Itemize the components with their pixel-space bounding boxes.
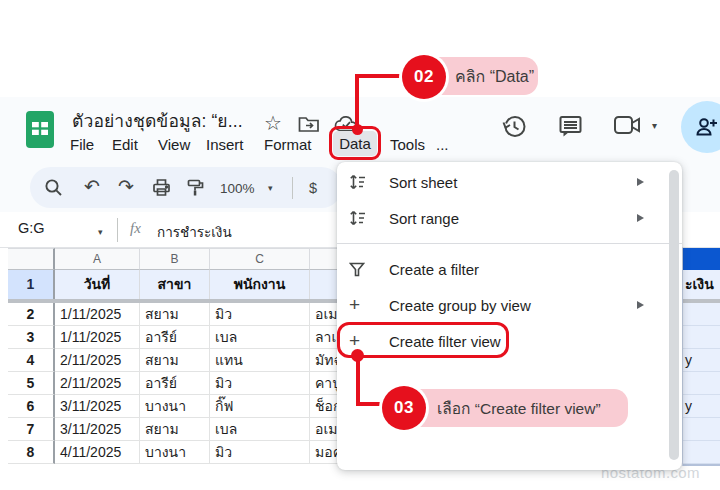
cell-branch[interactable]: สยาม [140, 303, 210, 326]
cell-date[interactable]: 4/11/2025 [55, 441, 140, 464]
star-icon[interactable]: ☆ [264, 111, 282, 135]
column-header-d[interactable] [310, 248, 339, 270]
cell-date[interactable]: 3/11/2025 [55, 418, 140, 441]
print-icon[interactable] [152, 178, 171, 197]
row-number[interactable]: 5 [8, 372, 55, 395]
cell-menu-item[interactable]: ช็อกโ [310, 395, 339, 418]
cell-payment[interactable] [683, 418, 720, 441]
search-icon[interactable] [44, 178, 63, 197]
cell-branch[interactable]: สยาม [140, 349, 210, 372]
cell-menu-item[interactable]: คาปู [310, 372, 339, 395]
cell-branch[interactable]: บางนา [140, 395, 210, 418]
annotation-connector [356, 356, 360, 406]
column-header-row: A B C [8, 248, 339, 270]
cell-payment[interactable] [683, 372, 720, 395]
cell-payment[interactable] [683, 441, 720, 464]
menubar-overflow[interactable]: ... [436, 136, 449, 153]
table-row: 4 2/11/2025 สยาม แทน มัทฉ [8, 349, 339, 372]
document-title[interactable]: ตัวอย่างชุดข้อมูล: “ย... [72, 107, 243, 135]
column-header-b[interactable]: B [140, 248, 210, 270]
header-cell-date[interactable]: วันที่ [55, 270, 140, 299]
row-number[interactable]: 2 [8, 303, 55, 326]
cell-employee[interactable]: กิ๊ฟ [210, 395, 310, 418]
name-box[interactable]: G:G [18, 220, 45, 236]
selected-column-header[interactable] [683, 248, 720, 270]
comments-icon[interactable] [557, 113, 584, 140]
version-history-icon[interactable] [501, 113, 528, 140]
annotation-step3-pill: เลือก “Create filter view” [404, 389, 628, 427]
toolbar [30, 167, 342, 208]
row-number[interactable]: 3 [8, 326, 55, 349]
google-sheets-logo[interactable] [24, 110, 56, 150]
zoom-caret-icon[interactable]: ▾ [268, 183, 273, 193]
cell-menu-item[interactable]: อเมริ [310, 418, 339, 441]
row-number[interactable]: 1 [8, 270, 55, 299]
cell-employee[interactable]: เบล [210, 418, 310, 441]
menu-divider [337, 243, 682, 244]
corner-cell[interactable] [8, 248, 55, 270]
menu-scrollbar[interactable] [669, 170, 679, 460]
cell-employee[interactable]: มิว [210, 372, 310, 395]
video-call-icon[interactable] [613, 113, 647, 137]
row-number[interactable]: 8 [8, 441, 55, 464]
submenu-arrow-icon [637, 178, 644, 186]
cell-date[interactable]: 2/11/2025 [55, 349, 140, 372]
undo-icon[interactable]: ↶ [84, 176, 100, 198]
fx-icon: fx [130, 220, 141, 237]
cell-branch[interactable]: บางนา [140, 441, 210, 464]
name-box-caret-icon[interactable]: ▾ [98, 227, 103, 237]
cell-menu-item[interactable]: อเมริ [310, 303, 339, 326]
currency-format-button[interactable]: $ [309, 180, 317, 196]
menu-item-sort-sheet[interactable]: Sort sheet [337, 164, 682, 200]
menu-item-create-group-by-view[interactable]: + Create group by view [337, 287, 682, 323]
cell-menu-item[interactable]: มัทฉ [310, 349, 339, 372]
cell-employee[interactable]: เบล [210, 326, 310, 349]
cell-employee[interactable]: มิว [210, 303, 310, 326]
cell-date[interactable]: 2/11/2025 [55, 372, 140, 395]
annotation-connector-dot [351, 349, 364, 362]
cell-payment[interactable]: y [683, 349, 720, 372]
cell-date[interactable]: 3/11/2025 [55, 395, 140, 418]
header-cell-branch[interactable]: สาขา [140, 270, 210, 299]
header-cell-payment[interactable]: ะเงิน [683, 270, 720, 299]
row-number[interactable]: 4 [8, 349, 55, 372]
cell-date[interactable]: 1/11/2025 [55, 303, 140, 326]
cell-payment[interactable]: y [683, 395, 720, 418]
cell-branch[interactable]: อารีย์ [140, 372, 210, 395]
paint-format-icon[interactable] [187, 179, 204, 197]
menubar-edit[interactable]: Edit [112, 136, 138, 153]
video-call-dropdown-caret[interactable]: ▾ [652, 120, 657, 131]
move-folder-icon[interactable] [298, 115, 320, 133]
menu-item-create-a-filter[interactable]: Create a filter [337, 251, 682, 287]
cell-menu-item[interactable]: มอค [310, 441, 339, 464]
sheet-rows: 2 1/11/2025 สยาม มิว อเมริ 3 1/11/2025 อ… [8, 303, 339, 464]
menubar-view[interactable]: View [158, 136, 190, 153]
column-header-a[interactable]: A [55, 248, 140, 270]
sort-icon [349, 174, 371, 190]
header-cell-employee[interactable]: พนักงาน [210, 270, 310, 299]
menubar-file[interactable]: File [70, 136, 94, 153]
redo-icon[interactable]: ↷ [118, 176, 134, 198]
cell-employee[interactable]: มิว [210, 441, 310, 464]
formula-bar-value[interactable]: การชำระเงิน [157, 221, 232, 243]
menubar-insert[interactable]: Insert [206, 136, 244, 153]
row-number[interactable]: 6 [8, 395, 55, 418]
cell-payment[interactable] [683, 303, 720, 326]
zoom-level[interactable]: 100% [220, 181, 255, 196]
table-row: 5 2/11/2025 อารีย์ มิว คาปู [8, 372, 339, 395]
cell-branch[interactable]: อารีย์ [140, 326, 210, 349]
column-g-rows: y y [683, 303, 720, 464]
table-row: 6 3/11/2025 บางนา กิ๊ฟ ช็อกโ [8, 395, 339, 418]
cell-payment[interactable] [683, 326, 720, 349]
cell-date[interactable]: 1/11/2025 [55, 326, 140, 349]
cell-menu-item[interactable]: ลาเต้ [310, 326, 339, 349]
menubar-tools[interactable]: Tools [390, 136, 425, 153]
column-header-c[interactable]: C [210, 248, 310, 270]
header-cell-d[interactable] [310, 270, 339, 299]
menubar-format[interactable]: Format [264, 136, 312, 153]
cell-branch[interactable]: สยาม [140, 418, 210, 441]
row-number[interactable]: 7 [8, 418, 55, 441]
submenu-arrow-icon [637, 301, 644, 309]
menu-item-sort-range[interactable]: Sort range [337, 200, 682, 236]
cell-employee[interactable]: แทน [210, 349, 310, 372]
